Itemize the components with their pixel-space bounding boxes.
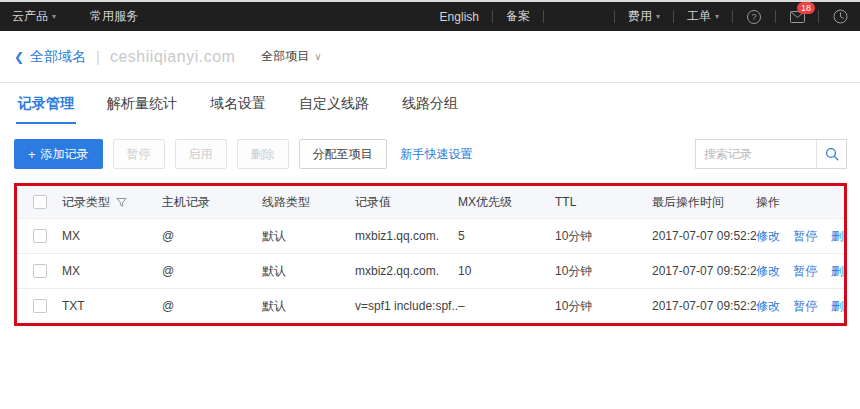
record-value: mxbiz2.qq.com. [355, 264, 458, 278]
row-checkbox[interactable] [33, 229, 47, 243]
nav-common-services[interactable]: 常用服务 [90, 8, 138, 25]
search-button[interactable] [816, 140, 846, 168]
line-type: 默认 [262, 298, 355, 315]
last-op-time: 2017-07-07 09:52:23 [652, 229, 756, 243]
tab-bar: 记录管理 解析量统计 域名设置 自定义线路 线路分组 [0, 83, 860, 124]
record-value: mxbiz1.qq.com. [355, 229, 458, 243]
help-icon[interactable]: ? [746, 9, 762, 25]
nav-english[interactable]: English [440, 10, 479, 24]
tab-resolution-stats[interactable]: 解析量统计 [105, 83, 179, 124]
back-to-all-domains-link[interactable]: ❮ 全部域名 [14, 48, 86, 66]
top-navigation-bar: 云产品 ▾ 常用服务 English 备案 费用 ▾ 工单 ▾ ? [0, 2, 860, 31]
pause-link[interactable]: 暂停 [793, 229, 817, 243]
project-label: 全部项目 [261, 48, 309, 65]
col-actions: 操作 [756, 194, 844, 211]
nav-billing-label: 费用 [628, 8, 652, 25]
caret-down-icon: ▾ [715, 13, 719, 21]
ttl-value: 10分钟 [555, 263, 652, 280]
mx-priority: 10 [458, 264, 555, 278]
nav-beian[interactable]: 备案 [506, 8, 530, 25]
modify-link[interactable]: 修改 [756, 299, 780, 313]
row-checkbox[interactable] [33, 299, 47, 313]
delete-link[interactable]: 删除 [831, 264, 844, 278]
add-record-button[interactable]: + 添加记录 [14, 139, 103, 169]
add-record-label: 添加记录 [41, 146, 89, 163]
host-record: @ [162, 299, 262, 313]
divider [492, 10, 493, 23]
delete-link[interactable]: 删除 [831, 229, 844, 243]
record-type: TXT [62, 299, 162, 313]
table-row: MX @ 默认 mxbiz2.qq.com. 10 10分钟 2017-07-0… [17, 253, 844, 288]
history-clock-icon[interactable] [832, 9, 848, 25]
modify-link[interactable]: 修改 [756, 229, 780, 243]
nav-tickets-label: 工单 [687, 8, 711, 25]
delete-link[interactable]: 删除 [831, 299, 844, 313]
row-actions: 修改 暂停 删除 [756, 263, 844, 280]
host-record: @ [162, 229, 262, 243]
chevron-left-icon: ❮ [14, 50, 24, 64]
account-name-slot[interactable] [557, 11, 601, 23]
breadcrumb: ❮ 全部域名 | ceshiiqianyi.com 全部项目 ∨ [0, 31, 860, 83]
nav-tickets[interactable]: 工单 ▾ [687, 8, 719, 25]
mx-priority: 5 [458, 229, 555, 243]
divider [614, 10, 615, 23]
select-all-checkbox[interactable] [33, 195, 47, 209]
messages-icon[interactable]: 18 [789, 9, 805, 25]
col-record-type: 记录类型 [62, 194, 110, 211]
table-row: MX @ 默认 mxbiz1.qq.com. 5 10分钟 2017-07-07… [17, 218, 844, 253]
record-type: MX [62, 264, 162, 278]
nav-common-services-label: 常用服务 [90, 8, 138, 25]
table-row: TXT @ 默认 v=spf1 include:spf.... – 10分钟 2… [17, 288, 844, 323]
divider [673, 10, 674, 23]
plus-icon: + [28, 147, 36, 162]
caret-down-icon: ▾ [656, 13, 660, 21]
record-value: v=spf1 include:spf.... [355, 299, 458, 313]
search-box [695, 139, 847, 169]
last-op-time: 2017-07-07 09:52:25 [652, 264, 756, 278]
domain-name: ceshiiqianyi.com [110, 48, 235, 66]
highlighted-records-table: 记录类型 主机记录 线路类型 记录值 MX优先级 TTL 最后操作时间 操作 M… [14, 183, 847, 326]
record-type: MX [62, 229, 162, 243]
last-op-time: 2017-07-07 09:52:23 [652, 299, 756, 313]
row-actions: 修改 暂停 删除 [756, 228, 844, 245]
nav-cloud-products-label: 云产品 [12, 8, 48, 25]
tab-line-groups[interactable]: 线路分组 [400, 83, 460, 124]
line-type: 默认 [262, 263, 355, 280]
pause-button[interactable]: 暂停 [113, 139, 165, 169]
record-toolbar: + 添加记录 暂停 启用 删除 分配至项目 新手快速设置 [14, 139, 847, 169]
mx-priority: – [458, 299, 555, 313]
project-selector[interactable]: 全部项目 ∨ [261, 48, 321, 65]
row-checkbox[interactable] [33, 264, 47, 278]
line-type: 默认 [262, 228, 355, 245]
delete-button[interactable]: 删除 [237, 139, 289, 169]
divider: | [96, 48, 100, 65]
quick-setup-link[interactable]: 新手快速设置 [401, 146, 473, 163]
ttl-value: 10分钟 [555, 298, 652, 315]
table-header: 记录类型 主机记录 线路类型 记录值 MX优先级 TTL 最后操作时间 操作 [17, 186, 844, 218]
nav-cloud-products[interactable]: 云产品 ▾ [12, 8, 56, 25]
col-ttl: TTL [555, 195, 652, 209]
topbar-right-group: English 备案 费用 ▾ 工单 ▾ ? 18 [440, 8, 848, 25]
divider [775, 10, 776, 23]
col-record-value: 记录值 [355, 194, 458, 211]
search-icon [825, 147, 839, 161]
host-record: @ [162, 264, 262, 278]
tab-custom-lines[interactable]: 自定义线路 [297, 83, 371, 124]
divider [818, 10, 819, 23]
row-actions: 修改 暂停 删除 [756, 298, 844, 315]
back-label: 全部域名 [30, 48, 86, 66]
caret-down-icon: ▾ [52, 13, 56, 21]
enable-button[interactable]: 启用 [175, 139, 227, 169]
nav-billing[interactable]: 费用 ▾ [628, 8, 660, 25]
tab-record-management[interactable]: 记录管理 [16, 83, 76, 124]
col-host-record: 主机记录 [162, 194, 262, 211]
search-input[interactable] [696, 147, 816, 161]
pause-link[interactable]: 暂停 [793, 299, 817, 313]
assign-to-project-button[interactable]: 分配至项目 [299, 139, 387, 169]
ttl-value: 10分钟 [555, 228, 652, 245]
tab-domain-settings[interactable]: 域名设置 [208, 83, 268, 124]
pause-link[interactable]: 暂停 [793, 264, 817, 278]
modify-link[interactable]: 修改 [756, 264, 780, 278]
filter-icon[interactable] [116, 197, 127, 208]
table-body: MX @ 默认 mxbiz1.qq.com. 5 10分钟 2017-07-07… [17, 218, 844, 323]
